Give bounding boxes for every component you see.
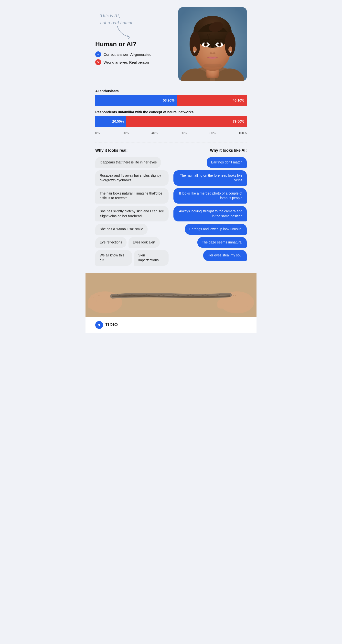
rope-visual: [85, 273, 257, 317]
axis-0: 0%: [95, 131, 100, 135]
chart-2-red-bar: 79.50%: [126, 116, 247, 127]
svg-point-14: [230, 51, 231, 52]
tidio-text: TIDIO: [105, 322, 118, 328]
bubble-ai-6: The gaze seems unnatural: [197, 237, 247, 248]
correct-answer-row: ✓ Correct answer: AI-generated: [95, 52, 173, 57]
chart-1-blue-bar: 53.90%: [95, 95, 177, 106]
svg-point-23: [210, 52, 212, 54]
chart-2-red-label: 79.50%: [233, 120, 244, 123]
rope: [112, 294, 230, 297]
top-section: This is AI,not a real human Human or AI?…: [95, 7, 247, 82]
svg-rect-30: [97, 293, 101, 303]
bubble-ai-3: It looks like a merged photo of a couple…: [173, 188, 247, 204]
why-ai-title: Why it looks like AI:: [210, 148, 247, 153]
bubble-real-6b: Eyes look alert: [129, 237, 160, 248]
footer: TIDIO: [85, 317, 257, 333]
bubble-ai-4: Always looking straight to the camera an…: [173, 206, 247, 222]
col-real: It appears that there is life in her eye…: [95, 157, 169, 266]
svg-rect-39: [238, 294, 243, 303]
chart-section: AI enthusiasts 53.90% 46.10% Respondents…: [95, 89, 247, 135]
svg-point-9: [225, 32, 235, 56]
bubble-real-7a: We all know this girl: [95, 250, 132, 266]
svg-point-13: [194, 51, 195, 52]
tidio-logo: TIDIO: [95, 321, 118, 329]
comments-section: Why it looks real: Why it looks like AI:…: [95, 148, 247, 266]
tidio-chat-icon: [97, 323, 101, 327]
axis-labels: 0% 20% 40% 60% 80% 100%: [95, 131, 247, 135]
svg-point-25: [203, 64, 222, 68]
bubble-real-5: She has a "Mona Lisa" smile: [95, 224, 148, 235]
divider: [95, 142, 247, 142]
col-ai: Earrings don't match The hair falling on…: [173, 157, 247, 261]
bubble-ai-2: The hair falling on the forehead looks l…: [173, 170, 247, 186]
svg-point-22: [218, 43, 219, 44]
axis-100: 100%: [239, 131, 247, 135]
photo-container: [178, 7, 247, 82]
chart-2-wrapper: 20.50% 79.50%: [95, 116, 247, 127]
bubble-real-2: Rosacea and fly away hairs, plus slightl…: [95, 170, 169, 186]
bubble-ai-7: Her eyes steal my soul: [203, 250, 247, 261]
chart-1-red-bar: 46.10%: [177, 95, 247, 106]
chart-1-bars: 53.90% 46.10%: [95, 95, 247, 106]
arrow-icon: [115, 25, 134, 40]
page-title: Human or AI?: [95, 40, 173, 48]
svg-point-8: [189, 32, 200, 56]
axis-60: 60%: [180, 131, 187, 135]
bubble-real-row-7: We all know this girl Skin imperfections: [95, 250, 169, 266]
svg-point-24: [212, 52, 215, 54]
comments-columns: It appears that there is life in her eye…: [95, 157, 247, 266]
chart-1-blue-label: 53.90%: [163, 98, 174, 102]
bubble-real-4: She has slightly blotchy skin and I can …: [95, 206, 169, 222]
comments-header: Why it looks real: Why it looks like AI:: [95, 148, 247, 153]
chart-ai-enthusiasts: AI enthusiasts 53.90% 46.10%: [95, 89, 247, 106]
wrong-icon: ✕: [95, 59, 101, 65]
bubble-real-7b: Skin imperfections: [134, 250, 169, 266]
bubble-ai-1: Earrings don't match: [207, 157, 247, 168]
wrong-answer-text: Wrong answer: Real person: [104, 60, 149, 64]
chart-2-blue-bar: 20.50%: [95, 116, 126, 127]
correct-answer-text: Correct answer: AI-generated: [104, 52, 152, 56]
face-image: [178, 7, 247, 81]
svg-rect-38: [232, 293, 237, 303]
tidio-icon: [95, 321, 103, 329]
chart-2-blue-label: 20.50%: [112, 120, 124, 123]
axis-20: 20%: [123, 131, 129, 135]
chart-1-red-label: 46.10%: [233, 98, 244, 102]
left-top: This is AI,not a real human Human or AI?…: [95, 7, 173, 67]
wrong-answer-row: ✕ Wrong answer: Real person: [95, 59, 173, 65]
axis-40: 40%: [152, 131, 158, 135]
chart-2-label: Respondents unfamiliar with the concept …: [95, 110, 247, 114]
svg-point-21: [204, 43, 205, 44]
bubble-real-6a: Eye reflections: [95, 237, 127, 248]
svg-rect-31: [103, 293, 108, 303]
chart-2-bars: 20.50% 79.50%: [95, 116, 247, 127]
rope-section: [85, 273, 257, 317]
bubble-real-1: It appears that there is life in her eye…: [95, 157, 161, 168]
bubble-real-3: The hair looks natural, I imagine that'd…: [95, 188, 169, 204]
chart-neural: Respondents unfamiliar with the concept …: [95, 110, 247, 127]
axis-80: 80%: [210, 131, 216, 135]
bubble-real-row-6: Eye reflections Eyes look alert: [95, 237, 169, 248]
why-real-title: Why it looks real:: [95, 148, 128, 153]
bubble-ai-5: Earrings and lower lip look unusual: [185, 224, 247, 235]
chart-1-label: AI enthusiasts: [95, 89, 247, 93]
correct-icon: ✓: [95, 52, 101, 57]
ai-label: This is AI,not a real human: [100, 12, 173, 26]
chart-1-wrapper: 53.90% 46.10%: [95, 95, 247, 106]
